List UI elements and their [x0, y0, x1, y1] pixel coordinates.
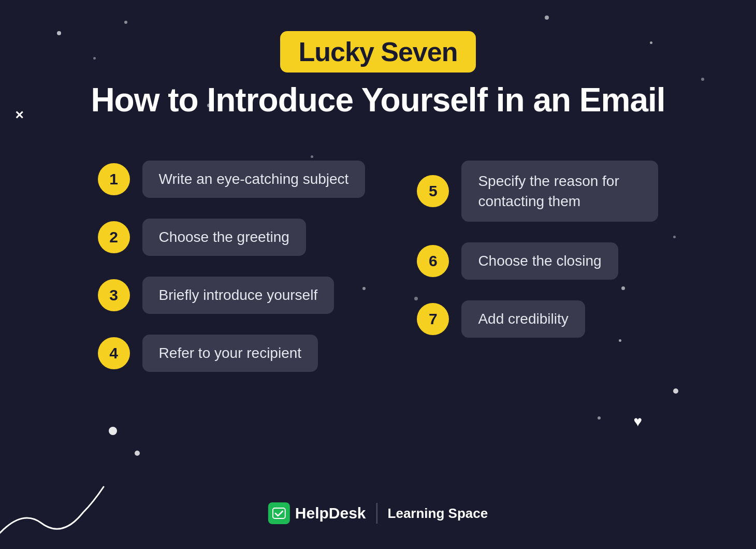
title-wrapper: Lucky Seven How to Introduce Yourself in…	[91, 31, 665, 119]
item-label-1: Write an eye-catching subject	[142, 161, 366, 198]
heart-icon: ♥	[633, 413, 642, 430]
list-item-2: 2 Choose the greeting	[98, 219, 366, 256]
main-content: Lucky Seven How to Introduce Yourself in…	[0, 0, 756, 372]
helpdesk-icon	[268, 502, 290, 524]
footer: HelpDesk Learning Space	[268, 502, 488, 524]
number-badge-2: 2	[98, 221, 130, 253]
list-item-7: 7 Add credibility	[417, 300, 658, 338]
list-item-4: 4 Refer to your recipient	[98, 335, 366, 372]
item-label-6: Choose the closing	[461, 242, 618, 280]
lucky-seven-text: Lucky Seven	[299, 37, 458, 67]
list-item-5: 5 Specify the reason for contacting them	[417, 161, 658, 222]
svg-rect-0	[273, 508, 285, 518]
learning-space-text: Learning Space	[388, 505, 488, 522]
number-badge-6: 6	[417, 245, 449, 277]
list-container: 1 Write an eye-catching subject 2 Choose…	[98, 161, 659, 372]
list-item-1: 1 Write an eye-catching subject	[98, 161, 366, 198]
list-item-6: 6 Choose the closing	[417, 242, 658, 280]
lucky-seven-badge: Lucky Seven	[280, 31, 476, 73]
number-badge-7: 7	[417, 303, 449, 335]
list-item-3: 3 Briefly introduce yourself	[98, 277, 366, 314]
left-column: 1 Write an eye-catching subject 2 Choose…	[98, 161, 366, 372]
helpdesk-brand-text: HelpDesk	[295, 504, 366, 522]
wave-decoration	[0, 445, 124, 549]
helpdesk-logo: HelpDesk	[268, 502, 366, 524]
footer-divider	[376, 503, 377, 524]
helpdesk-check-svg	[272, 508, 286, 519]
item-label-7: Add credibility	[461, 300, 585, 338]
item-label-4: Refer to your recipient	[142, 335, 318, 372]
right-column: 5 Specify the reason for contacting them…	[417, 161, 658, 338]
number-badge-5: 5	[417, 175, 449, 207]
item-label-3: Briefly introduce yourself	[142, 277, 335, 314]
number-badge-1: 1	[98, 163, 130, 195]
item-label-5: Specify the reason for contacting them	[461, 161, 658, 222]
number-badge-3: 3	[98, 279, 130, 311]
main-title: How to Introduce Yourself in an Email	[91, 81, 665, 119]
item-label-2: Choose the greeting	[142, 219, 306, 256]
number-badge-4: 4	[98, 337, 130, 369]
